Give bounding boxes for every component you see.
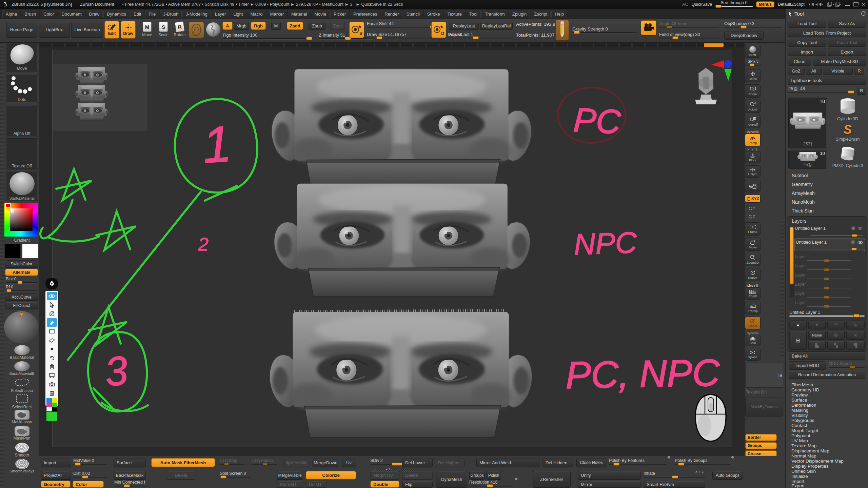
menu-color[interactable]: Color bbox=[40, 10, 57, 18]
menu-light[interactable]: Light bbox=[230, 10, 246, 18]
section-uvmap[interactable]: UV Map bbox=[791, 438, 808, 443]
bt-inflate-slider[interactable]: InflateX Y Z bbox=[644, 471, 705, 478]
replay-last-button[interactable]: ReplayLast bbox=[449, 22, 479, 30]
layer-name-button[interactable]: Name bbox=[808, 331, 826, 340]
second-tool-thumbnail[interactable]: 10 25강 bbox=[788, 150, 827, 169]
bt-flip-button[interactable]: Flip bbox=[402, 481, 433, 488]
import-mdd-button[interactable]: Import MDD bbox=[789, 361, 826, 369]
color-black-swatch[interactable] bbox=[52, 407, 57, 411]
menu-jmodeling[interactable]: J-Modeling bbox=[182, 10, 211, 18]
rotate-strip-button[interactable]: Rotate bbox=[745, 268, 761, 281]
layer-row-4[interactable]: Layer bbox=[795, 263, 865, 271]
layers-scrollbar[interactable] bbox=[790, 227, 794, 284]
copy-tool-button[interactable]: Copy Tool bbox=[788, 39, 826, 46]
section-arraymesh[interactable]: ArrayMesh bbox=[792, 190, 815, 196]
bt-del-hidden-button[interactable]: Del Hidden bbox=[542, 458, 573, 467]
epicpen-clipboard-button[interactable] bbox=[47, 389, 57, 397]
layer-2-eye-icon[interactable] bbox=[857, 241, 863, 244]
section-surface[interactable]: Surface bbox=[791, 398, 807, 403]
color-white-swatch[interactable] bbox=[46, 407, 52, 411]
menu-dynamics[interactable]: Dynamics bbox=[103, 10, 130, 18]
see-through-slider[interactable]: See-through 0 bbox=[715, 0, 753, 7]
move-strip-button[interactable]: Move bbox=[745, 238, 761, 251]
section-masking[interactable]: Masking bbox=[791, 408, 808, 413]
layer-duplicate-button[interactable]: ⧉ bbox=[827, 331, 845, 340]
layer-merge-button[interactable]: ▙ bbox=[808, 341, 826, 350]
layer-row-3[interactable]: Layer bbox=[795, 254, 865, 262]
layers-scrollbar-track[interactable] bbox=[790, 285, 794, 297]
bt-lazyradius-slider[interactable]: LazyRadius bbox=[252, 458, 277, 465]
bt-sdiv-slider[interactable]: SDiv 2 bbox=[370, 458, 400, 465]
menu-stroke[interactable]: Stroke bbox=[424, 10, 443, 18]
layer-1-intensity-handle[interactable] bbox=[852, 234, 857, 237]
ghost-button[interactable]: Ghost bbox=[745, 317, 761, 329]
bt-resolution-slider[interactable]: Resolution 416 bbox=[469, 480, 513, 487]
layer-branch-button[interactable]: ↳ bbox=[846, 321, 865, 329]
color-blue-swatch[interactable] bbox=[46, 398, 52, 403]
bt-dynamesh-button[interactable]: DynaMesh bbox=[436, 471, 467, 487]
qxyz-button[interactable]: XYZ bbox=[745, 195, 761, 203]
goz-all-button[interactable]: All bbox=[806, 67, 822, 75]
home-page-button[interactable]: Home Page bbox=[6, 22, 37, 37]
bt-split-hidden-button[interactable]: Split Hidden bbox=[283, 458, 309, 467]
actual-button[interactable]: x1Actual bbox=[745, 100, 761, 113]
section-export[interactable]: Export bbox=[791, 483, 805, 488]
epicpen-rectangle-button[interactable] bbox=[47, 327, 57, 336]
alternate-button[interactable]: Alternate bbox=[5, 269, 38, 276]
lightbox-preview-panel[interactable] bbox=[53, 64, 147, 131]
make-polymesh3d-button[interactable]: Make PolyMesh3D bbox=[813, 58, 866, 65]
bt-delete1-button[interactable]: Delete bbox=[167, 471, 195, 480]
layer-3-handle[interactable] bbox=[824, 259, 829, 262]
epicpen-size-dot-button[interactable] bbox=[47, 345, 57, 353]
section-deformation[interactable]: Deformation bbox=[791, 403, 816, 408]
section-polypaint[interactable]: Polypaint bbox=[791, 433, 810, 438]
epicpen-screenshot-button[interactable] bbox=[47, 380, 57, 388]
simplebrush-slot[interactable]: S SimpleBrush bbox=[828, 123, 867, 145]
minimize-button[interactable] bbox=[845, 3, 850, 6]
basic-material-slot[interactable]: BasicMaterial bbox=[6, 345, 38, 360]
floor-button[interactable]: Floor bbox=[745, 151, 761, 163]
color-green-swatch[interactable] bbox=[52, 403, 57, 407]
menu-transform[interactable]: Transform bbox=[481, 10, 508, 18]
bt-polish-button[interactable]: Polish bbox=[486, 471, 501, 480]
mdd-speed-slider[interactable]: MDD Speed bbox=[829, 361, 865, 368]
layer-up-button[interactable]: ▲ bbox=[789, 321, 807, 329]
layer-delete-button[interactable]: ✕ bbox=[846, 331, 865, 340]
field-of-view-slider[interactable]: Field of view(deg) 30 bbox=[659, 32, 719, 39]
menu-zplugin[interactable]: Zplugin bbox=[509, 10, 530, 18]
close-button[interactable]: ✕ bbox=[862, 2, 865, 7]
section-thickskin[interactable]: Thick Skin bbox=[792, 208, 814, 214]
epicpen-clear-button[interactable] bbox=[47, 362, 57, 371]
layer-4-handle[interactable] bbox=[824, 268, 829, 271]
menu-marker[interactable]: Marker bbox=[267, 10, 287, 18]
layer-row-7[interactable]: Layer bbox=[795, 291, 865, 299]
bt-dist-slider[interactable]: Dist 0.02 bbox=[73, 471, 107, 478]
main-color-swatch[interactable] bbox=[4, 244, 21, 258]
rot-y-button[interactable]: Y bbox=[748, 205, 757, 212]
section-initialize[interactable]: Initialize bbox=[791, 474, 808, 479]
draw-size-icon-button[interactable]: S bbox=[349, 22, 364, 38]
blur-slider[interactable]: Blur 0 bbox=[6, 277, 37, 283]
stroke-slot-button[interactable] bbox=[206, 22, 220, 37]
aahalf-button[interactable]: AAHalf bbox=[745, 115, 761, 128]
import-tool-button[interactable]: Import bbox=[788, 48, 826, 56]
menu-edit[interactable]: Edit bbox=[130, 10, 144, 18]
groups-button-strip[interactable]: Groups bbox=[745, 442, 777, 449]
rgb-intensity-slider[interactable]: Rgb Intensity 100 bbox=[223, 33, 313, 39]
bt-mergedown-button[interactable]: MergeDown bbox=[313, 458, 338, 467]
a-button[interactable]: A bbox=[222, 22, 233, 30]
layer-row-2-selected[interactable]: Untitled Layer 1 bbox=[794, 239, 865, 251]
floor-axes-label[interactable]: X Y Z bbox=[745, 148, 761, 151]
switch-color-button[interactable]: SwitchColor bbox=[5, 260, 38, 267]
z-intensity-slider[interactable]: Z Intensity 51 bbox=[319, 33, 373, 39]
bt-delete2-button[interactable]: Delete bbox=[402, 471, 433, 480]
replay-last-rel-button[interactable]: ReplayLastRel bbox=[480, 22, 513, 30]
section-preview[interactable]: Preview bbox=[791, 392, 808, 398]
epicpen-pen-button[interactable] bbox=[47, 309, 57, 318]
color-picker[interactable] bbox=[4, 203, 38, 237]
bt-split-screen-l-slider[interactable]: Split Screen 0 bbox=[220, 471, 250, 478]
menu-draw[interactable]: Draw bbox=[86, 10, 103, 18]
record-deformation-button[interactable]: Record Deformation Animation bbox=[789, 371, 865, 379]
bt-zremesher-button[interactable]: ZRemesher bbox=[533, 471, 571, 487]
layer-5-handle[interactable] bbox=[824, 278, 829, 280]
